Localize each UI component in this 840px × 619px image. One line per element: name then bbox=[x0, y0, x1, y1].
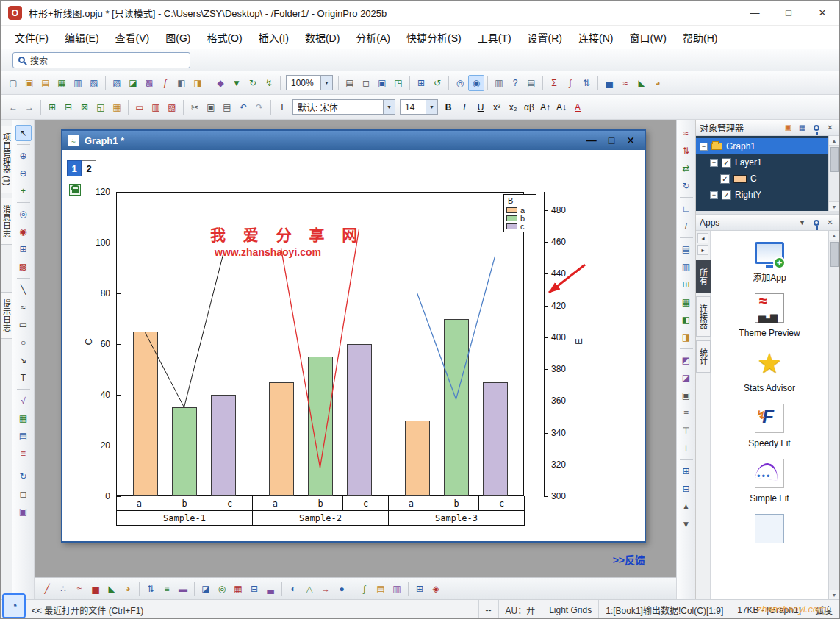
visibility-checkbox-layer1[interactable]: ✓ bbox=[722, 158, 731, 168]
dropdown-arrow-icon[interactable]: ▼ bbox=[320, 76, 332, 90]
plot-polar-icon[interactable]: ◐ bbox=[285, 581, 301, 597]
save-template-icon[interactable]: ▨ bbox=[86, 75, 102, 91]
om-link-icon[interactable]: ▦ bbox=[797, 122, 808, 133]
refresh-icon[interactable]: ↺ bbox=[429, 75, 445, 91]
tree-item-plot-c[interactable]: ✓C bbox=[696, 171, 828, 187]
cut-icon[interactable]: ✂ bbox=[187, 99, 203, 115]
fitting-icon[interactable]: Σ bbox=[546, 75, 562, 91]
close-button[interactable]: ✕ bbox=[805, 1, 839, 25]
print-preview-icon[interactable]: ◻ bbox=[358, 75, 374, 91]
insert-graph-icon[interactable]: ▦ bbox=[15, 410, 32, 426]
reimport-icon[interactable]: ↻ bbox=[245, 75, 261, 91]
object-manager-scrollbar[interactable]: ▲ ▼ bbox=[828, 136, 839, 211]
ungroup-objects-icon[interactable]: ⊟ bbox=[678, 481, 694, 497]
new-workbook-icon[interactable]: ▧ bbox=[109, 75, 125, 91]
ellipse-tool-icon[interactable]: ○ bbox=[15, 334, 32, 351]
graph-page-tab-1[interactable]: 1 bbox=[67, 160, 82, 176]
area-plot-icon[interactable]: ◣ bbox=[633, 75, 650, 91]
menu-help[interactable]: 帮助(H) bbox=[675, 26, 725, 49]
extract-plots-icon[interactable]: ◪ bbox=[678, 370, 694, 386]
new-layout-icon[interactable]: ◧ bbox=[173, 75, 190, 91]
exchange-xy-icon[interactable]: ⇄ bbox=[678, 160, 694, 176]
menu-view[interactable]: 查看(V) bbox=[107, 26, 158, 49]
find-in-project-icon[interactable]: ◉ bbox=[468, 75, 484, 91]
plot-column-icon[interactable]: ▅ bbox=[87, 581, 104, 597]
edit-axis-icon[interactable]: / bbox=[678, 218, 694, 235]
new-project-icon[interactable]: ▢ bbox=[5, 75, 21, 91]
fit-layers-icon[interactable]: ◧ bbox=[678, 312, 694, 328]
layer-contents-icon[interactable]: ▤ bbox=[678, 241, 694, 257]
plot-area-icon[interactable]: ◣ bbox=[104, 581, 120, 597]
new-function-plot-icon[interactable]: ƒ bbox=[157, 75, 173, 91]
rectangle-tool-icon[interactable]: ▭ bbox=[15, 317, 32, 333]
apps-tabs-scroll-right-icon[interactable]: ▸ bbox=[697, 245, 708, 255]
back-icon[interactable]: ← bbox=[5, 99, 21, 115]
bar-Sample-3-b[interactable] bbox=[444, 319, 469, 497]
apps-pin-icon[interactable] bbox=[811, 217, 822, 228]
superscript-icon[interactable]: x² bbox=[489, 99, 505, 115]
new-matrix-icon[interactable]: ▩ bbox=[141, 75, 157, 91]
export-graph-icon[interactable]: ◳ bbox=[390, 75, 406, 91]
add-inset-graph-icon[interactable]: ◱ bbox=[93, 99, 109, 115]
scroll-thumb[interactable] bbox=[830, 147, 839, 172]
new-folder-icon[interactable]: ▣ bbox=[21, 75, 37, 91]
pie-plot-icon[interactable]: ◕ bbox=[650, 75, 666, 91]
group-objects-icon[interactable]: ⊞ bbox=[678, 463, 694, 479]
zoom-in-tool-icon[interactable]: ⊕ bbox=[15, 148, 32, 164]
app-item-stats-advisor[interactable]: ★Stats Advisor bbox=[711, 347, 828, 394]
pointer-tool-icon[interactable]: ↖ bbox=[15, 125, 32, 141]
data-reader-icon[interactable]: ◉ bbox=[15, 223, 32, 240]
plot-heatmap-icon[interactable]: ▦ bbox=[230, 581, 246, 597]
xy-scaler-icon[interactable]: ▧ bbox=[164, 99, 180, 115]
apps-scrollbar[interactable]: ▲ ▼ bbox=[828, 231, 839, 599]
plot-histogram-icon[interactable]: ▃ bbox=[262, 581, 279, 597]
menu-connectivity[interactable]: 连接(N) bbox=[570, 26, 621, 49]
apps-scroll-thumb[interactable] bbox=[830, 242, 839, 267]
extract-layers-icon[interactable]: ◩ bbox=[678, 352, 694, 368]
visibility-checkbox-righty[interactable]: ✓ bbox=[722, 190, 731, 200]
polyline-tool-icon[interactable]: ≈ bbox=[15, 299, 32, 315]
import-ascii-icon[interactable]: ▼ bbox=[229, 75, 245, 91]
maximize-button[interactable]: □ bbox=[772, 1, 805, 25]
sort-icon[interactable]: ⇅ bbox=[578, 75, 595, 91]
plot-special-icon[interactable]: ◈ bbox=[428, 581, 444, 597]
plot-line-symbol-icon[interactable]: ≈ bbox=[71, 581, 87, 597]
font-color-icon[interactable]: A bbox=[570, 99, 586, 115]
line-symbol-graph-icon[interactable]: ≈ bbox=[678, 125, 694, 141]
plot-vector-icon[interactable]: → bbox=[317, 581, 334, 597]
app-item-speedy-fit[interactable]: F↯Speedy Fit bbox=[711, 402, 828, 449]
object-edit-icon[interactable]: ▣ bbox=[678, 387, 694, 404]
apps-tab-connectors[interactable]: 连接器 bbox=[696, 296, 711, 337]
plot-contour-icon[interactable]: ◎ bbox=[214, 581, 230, 597]
greek-icon[interactable]: αβ bbox=[521, 99, 537, 115]
app-item-theme-preview[interactable]: ▅▃▆≈Theme Preview bbox=[711, 292, 828, 339]
statistics-icon[interactable]: ∫ bbox=[562, 75, 578, 91]
undo-icon[interactable]: ↶ bbox=[235, 99, 251, 115]
om-pin-icon[interactable] bbox=[811, 122, 822, 133]
project-explorer-icon[interactable]: ▥ bbox=[491, 75, 507, 91]
scroll-up-icon[interactable]: ▲ bbox=[829, 136, 839, 146]
text-annotation-icon[interactable]: T bbox=[15, 370, 32, 386]
menu-tools[interactable]: 工具(T) bbox=[470, 26, 520, 49]
graph-minimize-button[interactable]: — bbox=[586, 135, 597, 146]
recent-files-button[interactable]: ◔ bbox=[2, 593, 26, 618]
open-icon[interactable]: ▤ bbox=[37, 75, 54, 91]
menu-file[interactable]: 文件(F) bbox=[7, 26, 57, 49]
open-excel-icon[interactable]: ▦ bbox=[54, 75, 70, 91]
tree-item-righty[interactable]: −✓RightY bbox=[696, 187, 828, 203]
plot-bubble-icon[interactable]: ● bbox=[334, 581, 350, 597]
menu-analysis[interactable]: 分析(A) bbox=[348, 26, 398, 49]
font-size-combo[interactable]: 14▼ bbox=[400, 99, 438, 115]
bar-Sample-3-a[interactable] bbox=[405, 421, 430, 497]
increase-font-icon[interactable]: A↑ bbox=[537, 99, 553, 115]
apps-dropdown-icon[interactable]: ▼ bbox=[797, 217, 808, 228]
import-wizard-icon[interactable]: ◆ bbox=[212, 75, 229, 91]
menu-window[interactable]: 窗口(W) bbox=[621, 26, 675, 49]
pan-tool-icon[interactable]: + bbox=[15, 183, 32, 199]
add-top-x-layer-icon[interactable]: ⊟ bbox=[60, 99, 76, 115]
tree-item-graph1[interactable]: −Graph1 bbox=[696, 138, 828, 154]
om-close-icon[interactable]: ✕ bbox=[825, 122, 836, 133]
bar-Sample-1-a[interactable] bbox=[133, 332, 158, 496]
arrange-layers-icon[interactable]: ▦ bbox=[678, 294, 694, 310]
copy-icon[interactable]: ▣ bbox=[203, 99, 219, 115]
